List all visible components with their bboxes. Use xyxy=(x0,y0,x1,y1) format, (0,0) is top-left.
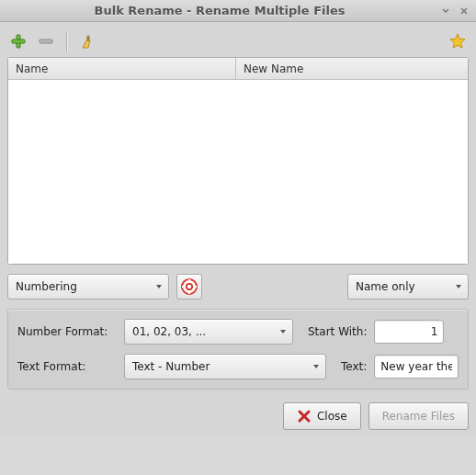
help-button[interactable] xyxy=(176,274,202,300)
close-x-icon xyxy=(297,409,312,424)
chevron-down-icon xyxy=(305,360,320,373)
mode-row: Numbering Name only xyxy=(7,274,469,300)
window-title: Bulk Rename - Rename Multiple Files xyxy=(6,4,434,17)
text-format-value: Text - Number xyxy=(132,360,210,373)
start-with-label: Start With: xyxy=(308,325,367,338)
list-body[interactable] xyxy=(8,80,468,264)
close-label: Close xyxy=(317,410,347,423)
favorites-button[interactable] xyxy=(447,30,469,52)
window-content: Name New Name Numbering Name only Number… xyxy=(0,22,476,437)
chevron-down-icon xyxy=(448,280,462,293)
column-name[interactable]: Name xyxy=(8,58,236,79)
text-label: Text: xyxy=(341,360,367,373)
toolbar-separator xyxy=(66,31,67,51)
toolbar xyxy=(7,28,469,55)
button-bar: Close Rename Files xyxy=(7,402,469,430)
clear-button[interactable] xyxy=(76,30,98,52)
list-header: Name New Name xyxy=(8,58,468,80)
start-with-input[interactable] xyxy=(374,320,444,344)
number-format-value: 01, 02, 03, ... xyxy=(132,325,206,338)
text-input[interactable] xyxy=(374,355,459,379)
close-button[interactable]: Close xyxy=(283,402,361,430)
rename-files-button: Rename Files xyxy=(368,402,469,430)
number-format-select[interactable]: 01, 02, 03, ... xyxy=(124,319,293,345)
chevron-down-icon xyxy=(272,325,287,338)
svg-point-5 xyxy=(187,284,192,289)
rename-label: Rename Files xyxy=(382,410,455,423)
column-new-name[interactable]: New Name xyxy=(236,58,468,79)
add-button[interactable] xyxy=(7,30,29,52)
options-panel: Number Format: 01, 02, 03, ... Start Wit… xyxy=(7,309,469,390)
minimize-icon[interactable] xyxy=(439,5,452,17)
remove-button[interactable] xyxy=(35,30,57,52)
text-format-label: Text Format: xyxy=(17,360,117,373)
svg-rect-1 xyxy=(12,40,25,43)
number-format-label: Number Format: xyxy=(17,325,117,338)
apply-to-value: Name only xyxy=(356,280,415,293)
chevron-down-icon xyxy=(148,280,163,293)
text-format-select[interactable]: Text - Number xyxy=(124,354,326,379)
rename-mode-value: Numbering xyxy=(16,280,77,293)
titlebar: Bulk Rename - Rename Multiple Files xyxy=(0,0,476,22)
rename-mode-select[interactable]: Numbering xyxy=(7,274,169,300)
svg-rect-3 xyxy=(87,36,89,40)
apply-to-select[interactable]: Name only xyxy=(347,274,469,300)
file-list: Name New Name xyxy=(7,57,469,265)
close-icon[interactable] xyxy=(458,5,470,17)
svg-rect-2 xyxy=(40,40,52,43)
